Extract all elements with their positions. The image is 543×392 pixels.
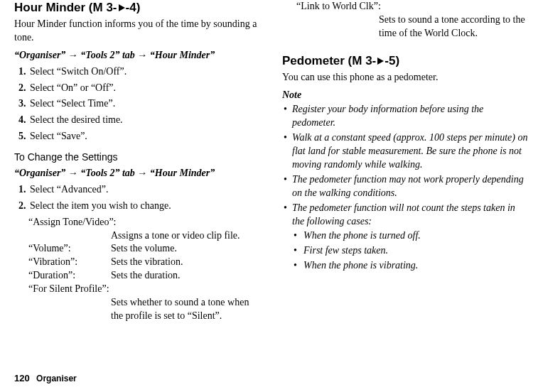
def-value: Sets the duration. xyxy=(111,269,261,283)
hour-minder-code: (M 3--4) xyxy=(89,1,140,14)
step-item: Select “Select Time”. xyxy=(28,97,261,111)
link-world-clock-def: “Link to World Clk”: Sets to sound a ton… xyxy=(296,0,529,40)
hour-minder-intro: Hour Minder function informs you of the … xyxy=(14,18,261,45)
change-settings-heading: To Change the Settings xyxy=(14,151,261,164)
arrow-icon: → xyxy=(68,50,78,60)
definitions-list: “Assign Tone/Video”: Assigns a tone or v… xyxy=(28,216,261,323)
page-number: 120 xyxy=(14,373,30,383)
hour-minder-heading: Hour Minder (M 3--4) xyxy=(14,0,261,16)
def-label: “Link to World Clk”: xyxy=(296,0,529,13)
def-label: “Volume”: xyxy=(28,242,111,256)
sub-note-item: When the phone is turned off. xyxy=(292,229,529,243)
note-title: Note xyxy=(282,89,529,102)
arrow-icon: → xyxy=(137,168,147,178)
def-label: “Duration”: xyxy=(28,269,111,283)
breadcrumb-1: “Organiser” → “Tools 2” tab → “Hour Mind… xyxy=(14,49,261,62)
pedometer-intro: You can use this phone as a pedometer. xyxy=(282,71,529,85)
def-value: Sets the volume. xyxy=(111,242,261,256)
note-item: Register your body information before us… xyxy=(282,103,529,130)
svg-marker-0 xyxy=(119,4,125,11)
heading-text: Hour Minder xyxy=(14,1,85,14)
sub-note-item: First few steps taken. xyxy=(292,244,529,258)
steps-list-1: Select “Switch On/Off”. Select “On” or “… xyxy=(14,65,261,143)
step-item: Select “Save”. xyxy=(28,130,261,143)
pedometer-heading: Pedometer (M 3--5) xyxy=(282,53,529,70)
arrow-icon: → xyxy=(68,168,78,178)
def-label: “Vibration”: xyxy=(28,256,111,269)
left-column: Hour Minder (M 3--4) Hour Minder functio… xyxy=(14,0,261,323)
step-item: Select “Advanced”. xyxy=(28,183,261,197)
notes-list: Register your body information before us… xyxy=(282,103,529,273)
note-item: Walk at a constant speed (approx. 100 st… xyxy=(282,131,529,172)
def-row: “Duration”: Sets the duration. xyxy=(28,269,261,283)
right-column: “Link to World Clk”: Sets to sound a ton… xyxy=(282,0,529,323)
step-item: Select “On” or “Off”. xyxy=(28,82,261,95)
page-footer: 120 Organiser xyxy=(14,372,77,385)
steps-list-2: Select “Advanced”. Select the item you w… xyxy=(14,183,261,213)
breadcrumb-2: “Organiser” → “Tools 2” tab → “Hour Mind… xyxy=(14,167,261,180)
step-item: Select the desired time. xyxy=(28,114,261,127)
def-label: “For Silent Profile”: xyxy=(28,283,261,296)
right-triangle-icon xyxy=(376,57,385,65)
footer-section: Organiser xyxy=(36,374,77,383)
def-value: Sets to sound a tone according to the ti… xyxy=(379,13,529,40)
step-item: Select “Switch On/Off”. xyxy=(28,65,261,79)
note-item: The pedometer function will not count th… xyxy=(282,202,529,273)
sub-notes-list: When the phone is turned off. First few … xyxy=(292,229,529,273)
def-value: Sets the vibration. xyxy=(111,256,261,269)
heading-text: Pedometer xyxy=(282,54,345,67)
svg-marker-1 xyxy=(377,58,384,65)
step-item: Select the item you wish to change. xyxy=(28,200,261,213)
def-label: “Assign Tone/Video”: xyxy=(28,216,261,229)
arrow-icon: → xyxy=(137,50,147,60)
def-row: “Volume”: Sets the volume. xyxy=(28,242,261,256)
sub-note-item: When the phone is vibrating. xyxy=(292,259,529,273)
def-value: Sets whether to sound a tone when the pr… xyxy=(111,296,261,323)
pedometer-code: (M 3--5) xyxy=(348,54,399,67)
def-row: “Vibration”: Sets the vibration. xyxy=(28,256,261,269)
def-value: Assigns a tone or video clip file. xyxy=(111,229,261,243)
note-item: The pedometer function may not work prop… xyxy=(282,173,529,200)
right-triangle-icon xyxy=(117,4,126,12)
